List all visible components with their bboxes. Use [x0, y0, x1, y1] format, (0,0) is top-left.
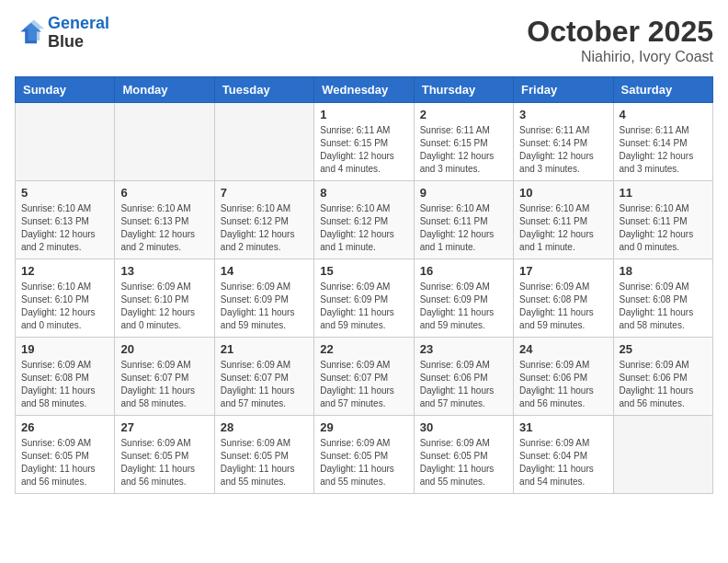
- day-info: Sunrise: 6:10 AM Sunset: 6:12 PM Dayligh…: [221, 202, 308, 254]
- weekday-header-cell: Friday: [514, 77, 613, 103]
- weekday-header-cell: Sunday: [16, 77, 115, 103]
- day-info: Sunrise: 6:09 AM Sunset: 6:10 PM Dayligh…: [120, 281, 208, 332]
- day-number: 22: [320, 342, 407, 356]
- page-header: General Blue October 2025 Niahirio, Ivor…: [15, 15, 713, 65]
- day-number: 9: [420, 186, 507, 200]
- day-number: 8: [320, 186, 407, 200]
- weekday-header-cell: Monday: [115, 77, 214, 103]
- page-subtitle: Niahirio, Ivory Coast: [527, 49, 713, 65]
- day-info: Sunrise: 6:10 AM Sunset: 6:13 PM Dayligh…: [21, 202, 108, 254]
- calendar-body: 1Sunrise: 6:11 AM Sunset: 6:15 PM Daylig…: [16, 103, 713, 494]
- day-info: Sunrise: 6:10 AM Sunset: 6:11 PM Dayligh…: [420, 202, 507, 254]
- calendar-day-cell: [115, 103, 214, 181]
- day-info: Sunrise: 6:09 AM Sunset: 6:05 PM Dayligh…: [120, 437, 208, 488]
- day-number: 13: [120, 264, 208, 278]
- day-info: Sunrise: 6:09 AM Sunset: 6:09 PM Dayligh…: [420, 281, 507, 332]
- calendar-day-cell: 3Sunrise: 6:11 AM Sunset: 6:14 PM Daylig…: [514, 103, 613, 181]
- day-info: Sunrise: 6:09 AM Sunset: 6:09 PM Dayligh…: [320, 281, 407, 332]
- calendar-day-cell: 10Sunrise: 6:10 AM Sunset: 6:11 PM Dayli…: [514, 181, 613, 259]
- day-number: 23: [420, 342, 507, 356]
- day-number: 24: [519, 342, 607, 356]
- day-info: Sunrise: 6:09 AM Sunset: 6:05 PM Dayligh…: [221, 437, 308, 488]
- day-info: Sunrise: 6:09 AM Sunset: 6:06 PM Dayligh…: [519, 359, 607, 410]
- day-info: Sunrise: 6:09 AM Sunset: 6:07 PM Dayligh…: [221, 359, 308, 410]
- day-number: 21: [221, 342, 308, 356]
- calendar-day-cell: 19Sunrise: 6:09 AM Sunset: 6:08 PM Dayli…: [16, 338, 115, 416]
- day-number: 14: [221, 264, 308, 278]
- day-number: 5: [21, 186, 108, 200]
- day-number: 29: [320, 420, 407, 434]
- calendar-day-cell: 16Sunrise: 6:09 AM Sunset: 6:09 PM Dayli…: [414, 259, 513, 338]
- calendar-day-cell: 31Sunrise: 6:09 AM Sunset: 6:04 PM Dayli…: [514, 416, 613, 494]
- page-title: October 2025: [527, 15, 713, 49]
- logo-icon: [15, 18, 44, 48]
- day-number: 16: [420, 264, 507, 278]
- calendar-day-cell: 28Sunrise: 6:09 AM Sunset: 6:05 PM Dayli…: [214, 416, 313, 494]
- day-info: Sunrise: 6:09 AM Sunset: 6:05 PM Dayligh…: [420, 437, 507, 488]
- day-number: 11: [620, 186, 707, 200]
- day-number: 30: [420, 420, 507, 434]
- calendar-day-cell: 21Sunrise: 6:09 AM Sunset: 6:07 PM Dayli…: [214, 338, 313, 416]
- day-info: Sunrise: 6:11 AM Sunset: 6:14 PM Dayligh…: [519, 124, 607, 176]
- day-info: Sunrise: 6:09 AM Sunset: 6:06 PM Dayligh…: [620, 359, 707, 410]
- day-number: 28: [221, 420, 308, 434]
- logo: General Blue: [15, 15, 109, 52]
- calendar-day-cell: [613, 416, 712, 494]
- calendar-day-cell: 22Sunrise: 6:09 AM Sunset: 6:07 PM Dayli…: [314, 338, 414, 416]
- day-info: Sunrise: 6:10 AM Sunset: 6:11 PM Dayligh…: [519, 202, 607, 254]
- day-info: Sunrise: 6:09 AM Sunset: 6:08 PM Dayligh…: [21, 359, 108, 410]
- calendar-day-cell: 8Sunrise: 6:10 AM Sunset: 6:12 PM Daylig…: [314, 181, 414, 259]
- day-number: 10: [519, 186, 607, 200]
- calendar-day-cell: 24Sunrise: 6:09 AM Sunset: 6:06 PM Dayli…: [514, 338, 613, 416]
- calendar-day-cell: 15Sunrise: 6:09 AM Sunset: 6:09 PM Dayli…: [314, 259, 414, 338]
- day-info: Sunrise: 6:09 AM Sunset: 6:07 PM Dayligh…: [320, 359, 407, 410]
- calendar-day-cell: 6Sunrise: 6:10 AM Sunset: 6:13 PM Daylig…: [115, 181, 214, 259]
- calendar-day-cell: 18Sunrise: 6:09 AM Sunset: 6:08 PM Dayli…: [613, 259, 712, 338]
- weekday-header-cell: Thursday: [414, 77, 513, 103]
- day-number: 27: [120, 420, 208, 434]
- day-number: 12: [21, 264, 108, 278]
- day-number: 26: [21, 420, 108, 434]
- day-number: 19: [21, 342, 108, 356]
- day-number: 7: [221, 186, 308, 200]
- day-info: Sunrise: 6:09 AM Sunset: 6:08 PM Dayligh…: [519, 281, 607, 332]
- weekday-header-cell: Tuesday: [214, 77, 313, 103]
- calendar-day-cell: 30Sunrise: 6:09 AM Sunset: 6:05 PM Dayli…: [414, 416, 513, 494]
- day-number: 1: [320, 108, 407, 121]
- weekday-header-cell: Saturday: [613, 77, 712, 103]
- calendar-day-cell: [214, 103, 313, 181]
- calendar-day-cell: 1Sunrise: 6:11 AM Sunset: 6:15 PM Daylig…: [314, 103, 414, 181]
- day-number: 18: [620, 264, 707, 278]
- calendar-day-cell: 4Sunrise: 6:11 AM Sunset: 6:14 PM Daylig…: [613, 103, 712, 181]
- calendar-day-cell: 14Sunrise: 6:09 AM Sunset: 6:09 PM Dayli…: [214, 259, 313, 338]
- title-block: October 2025 Niahirio, Ivory Coast: [527, 15, 713, 65]
- calendar-day-cell: 23Sunrise: 6:09 AM Sunset: 6:06 PM Dayli…: [414, 338, 513, 416]
- day-info: Sunrise: 6:09 AM Sunset: 6:04 PM Dayligh…: [519, 437, 607, 488]
- calendar-day-cell: 9Sunrise: 6:10 AM Sunset: 6:11 PM Daylig…: [414, 181, 513, 259]
- day-info: Sunrise: 6:11 AM Sunset: 6:15 PM Dayligh…: [420, 124, 507, 176]
- day-number: 3: [519, 108, 607, 121]
- calendar-day-cell: 5Sunrise: 6:10 AM Sunset: 6:13 PM Daylig…: [16, 181, 115, 259]
- weekday-header-cell: Wednesday: [314, 77, 414, 103]
- calendar-day-cell: 20Sunrise: 6:09 AM Sunset: 6:07 PM Dayli…: [115, 338, 214, 416]
- day-number: 15: [320, 264, 407, 278]
- calendar-week-row: 19Sunrise: 6:09 AM Sunset: 6:08 PM Dayli…: [16, 338, 713, 416]
- calendar-week-row: 5Sunrise: 6:10 AM Sunset: 6:13 PM Daylig…: [16, 181, 713, 259]
- logo-text: General Blue: [48, 15, 109, 52]
- calendar-day-cell: 2Sunrise: 6:11 AM Sunset: 6:15 PM Daylig…: [414, 103, 513, 181]
- day-info: Sunrise: 6:09 AM Sunset: 6:06 PM Dayligh…: [420, 359, 507, 410]
- calendar-day-cell: 25Sunrise: 6:09 AM Sunset: 6:06 PM Dayli…: [613, 338, 712, 416]
- calendar-day-cell: 27Sunrise: 6:09 AM Sunset: 6:05 PM Dayli…: [115, 416, 214, 494]
- calendar-day-cell: 11Sunrise: 6:10 AM Sunset: 6:11 PM Dayli…: [613, 181, 712, 259]
- calendar-week-row: 26Sunrise: 6:09 AM Sunset: 6:05 PM Dayli…: [16, 416, 713, 494]
- weekday-header-row: SundayMondayTuesdayWednesdayThursdayFrid…: [16, 77, 713, 103]
- day-info: Sunrise: 6:10 AM Sunset: 6:11 PM Dayligh…: [620, 202, 707, 254]
- day-number: 2: [420, 108, 507, 121]
- calendar-day-cell: 12Sunrise: 6:10 AM Sunset: 6:10 PM Dayli…: [16, 259, 115, 338]
- day-number: 4: [620, 108, 707, 121]
- day-info: Sunrise: 6:11 AM Sunset: 6:14 PM Dayligh…: [620, 124, 707, 176]
- day-info: Sunrise: 6:09 AM Sunset: 6:08 PM Dayligh…: [620, 281, 707, 332]
- day-number: 20: [120, 342, 208, 356]
- day-info: Sunrise: 6:09 AM Sunset: 6:05 PM Dayligh…: [320, 437, 407, 488]
- calendar-week-row: 12Sunrise: 6:10 AM Sunset: 6:10 PM Dayli…: [16, 259, 713, 338]
